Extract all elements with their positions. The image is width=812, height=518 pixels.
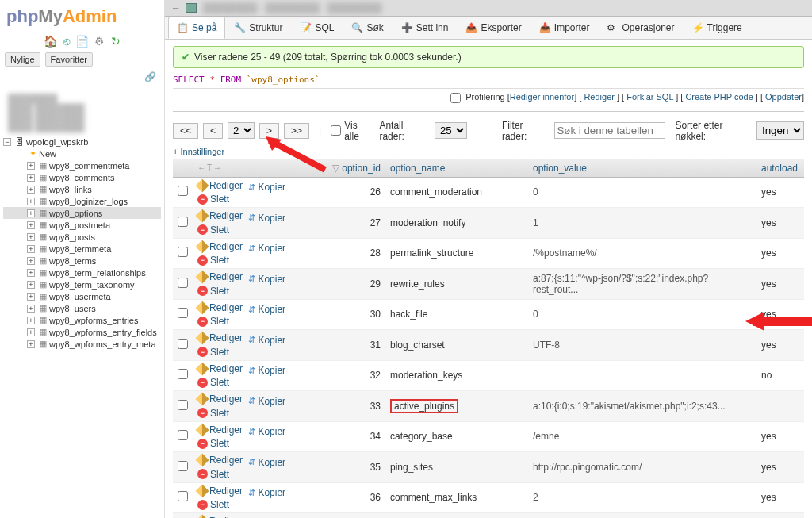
table-node[interactable]: +▦wpy8_wpforms_entry_fields [3,326,161,338]
docs-icon[interactable]: 📄 [75,35,89,48]
edit-row-link[interactable]: Rediger [197,332,243,343]
delete-row-link[interactable]: −Slett [197,347,229,358]
copy-row-link[interactable]: ⇵Kopier [248,365,285,376]
copy-row-link[interactable]: ⇵Kopier [248,335,285,346]
delete-row-link[interactable]: −Slett [197,499,229,510]
row-checkbox[interactable] [178,186,188,196]
table-node[interactable]: +▦wpy8_postmeta [3,219,161,231]
tab-import[interactable]: 📥Importer [530,17,599,39]
copy-row-link[interactable]: ⇵Kopier [248,274,285,285]
table-node[interactable]: +▦wpy8_term_taxonomy [3,278,161,290]
tab-favorites[interactable]: Favoritter [45,52,93,67]
row-checkbox[interactable] [178,247,188,257]
copy-row-link[interactable]: ⇵Kopier [248,487,285,498]
explain-link[interactable]: Forklar SQL [626,92,673,102]
expand-icon[interactable]: + [27,328,35,336]
edit-row-link[interactable]: Rediger [197,455,243,466]
table-node[interactable]: +▦wpy8_comments [3,171,161,183]
copy-row-link[interactable]: ⇵Kopier [248,457,285,468]
table-node[interactable]: +▦wpy8_term_relationships [3,267,161,278]
expand-icon[interactable]: + [27,269,35,277]
col-option-name[interactable]: option_name [385,159,528,178]
delete-row-link[interactable]: −Slett [197,255,229,266]
table-node[interactable]: +▦wpy8_loginizer_logs [3,195,161,207]
tab-sql[interactable]: 📝SQL [291,17,343,39]
edit-row-link[interactable]: Rediger [197,302,243,313]
expand-icon[interactable]: + [27,305,35,313]
tab-recent[interactable]: Nylige [5,52,40,67]
delete-row-link[interactable]: −Slett [197,194,229,205]
table-node[interactable]: +▦wpy8_posts [3,231,161,243]
delete-row-link[interactable]: −Slett [197,377,229,388]
edit-row-link[interactable]: Rediger [197,271,243,282]
copy-row-link[interactable]: ⇵Kopier [248,426,285,437]
edit-row-link[interactable]: Rediger [197,424,243,436]
copy-row-link[interactable]: ⇵Kopier [248,213,285,224]
db-node[interactable]: − 🗄 wpologi_wpskrb [3,136,161,148]
page-select[interactable]: 2 [228,122,255,139]
refresh-link[interactable]: Oppdater [765,92,802,102]
col-autoload[interactable]: autoload [756,159,804,178]
row-checkbox[interactable] [178,491,188,501]
tab-insert[interactable]: ➕Sett inn [393,17,458,39]
expand-icon[interactable]: + [27,293,35,301]
table-node[interactable]: +▦wpy8_termmeta [3,243,161,255]
table-node[interactable]: +▦wpy8_usermeta [3,290,161,302]
table-node[interactable]: +▦wpy8_links [3,183,161,195]
row-checkbox[interactable] [178,308,188,318]
copy-row-link[interactable]: ⇵Kopier [248,396,285,407]
expand-icon[interactable]: + [27,233,35,241]
expand-icon[interactable]: + [27,257,35,265]
show-all-checkbox[interactable] [331,125,341,136]
tab-search[interactable]: 🔍Søk [343,17,392,39]
profiling-checkbox[interactable] [450,93,461,103]
row-checkbox[interactable] [178,430,188,440]
row-checkbox[interactable] [178,278,188,288]
expand-icon[interactable]: + [27,221,35,229]
edit-row-link[interactable]: Rediger [197,210,243,221]
page-prev[interactable]: < [203,123,223,139]
delete-row-link[interactable]: −Slett [197,224,229,236]
expand-icon[interactable]: + [27,281,35,289]
expand-icon[interactable]: + [27,198,35,205]
row-checkbox[interactable] [178,461,188,471]
settings-icon[interactable]: ⚙ [94,35,105,48]
row-checkbox[interactable] [178,400,188,410]
edit-row-link[interactable]: Rediger [197,363,243,374]
tab-operations[interactable]: ⚙Operasjoner [598,17,683,39]
edit-inline-link[interactable]: Rediger innenfor [510,92,574,102]
row-checkbox[interactable] [178,369,188,379]
server-icon[interactable] [186,3,197,13]
tab-export[interactable]: 📤Eksporter [457,17,530,39]
table-node[interactable]: +▦wpy8_wpforms_entries [3,314,161,326]
tab-browse[interactable]: 📋Se på [168,17,225,39]
expand-icon[interactable]: + [27,209,35,217]
copy-row-link[interactable]: ⇵Kopier [248,243,285,254]
edit-link[interactable]: Rediger [584,92,615,102]
table-node[interactable]: +▦wpy8_wpforms_entry_meta [3,338,161,350]
logout-icon[interactable]: ⎋ [63,35,70,48]
tab-triggers[interactable]: ⚡Triggere [684,17,751,39]
expand-icon[interactable]: + [27,317,35,324]
rows-select[interactable]: 25 [435,122,467,139]
expand-icon[interactable]: + [27,174,35,182]
delete-row-link[interactable]: −Slett [197,408,229,419]
filter-input[interactable] [554,122,665,139]
copy-row-link[interactable]: ⇵Kopier [248,182,285,193]
delete-row-link[interactable]: −Slett [197,316,229,327]
col-option-value[interactable]: option_value [528,159,756,178]
table-node[interactable]: +▦wpy8_users [3,302,161,314]
edit-row-link[interactable]: Rediger [197,393,243,405]
new-node[interactable]: ✦ New [3,148,161,159]
collapse-sidebar-icon[interactable]: ← [171,2,181,13]
php-link[interactable]: Create PHP code [685,92,753,102]
expand-icon[interactable]: + [27,245,35,253]
table-node[interactable]: +▦wpy8_terms [3,255,161,267]
delete-row-link[interactable]: −Slett [197,469,229,480]
edit-row-link[interactable]: Rediger [197,241,243,252]
reload-icon[interactable]: ↻ [111,35,121,48]
expand-icon[interactable]: + [27,186,35,194]
edit-row-link[interactable]: Rediger [197,485,243,497]
collapse-icon[interactable]: − [3,138,11,146]
page-first[interactable]: << [173,123,198,139]
